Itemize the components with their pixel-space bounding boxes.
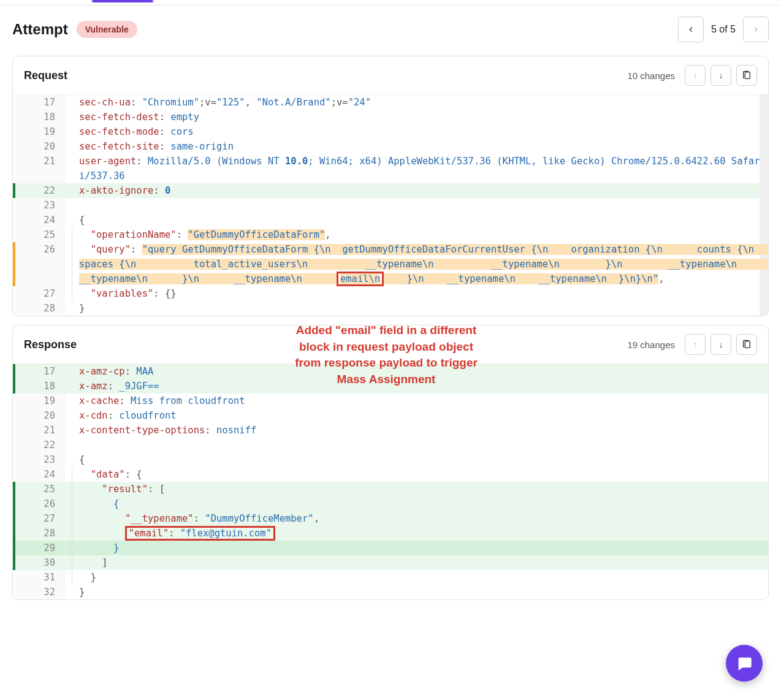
code-line: 28 "email": "flex@gtuin.com" (13, 526, 768, 541)
code-line: 18sec-fetch-dest: empty (13, 110, 768, 124)
code-line: 24 "data": { (13, 467, 768, 482)
code-line: 20x-cdn: cloudfront (13, 408, 768, 423)
code-line: 32} (13, 585, 768, 599)
clipboard-icon (742, 70, 752, 80)
request-changes-count: 10 changes (627, 70, 675, 81)
svg-rect-1 (745, 341, 750, 348)
arrow-down-icon: ↓ (719, 340, 723, 349)
vulnerable-badge: Vulnerable (77, 21, 137, 38)
code-line: 26 "query": "query GetDummyOfficeDataFor… (13, 242, 768, 286)
arrow-up-icon: ↑ (693, 340, 698, 349)
code-line: 23 (13, 198, 768, 213)
response-title: Response (24, 339, 77, 350)
page-title: Attempt (12, 22, 68, 37)
active-tab-indicator (92, 0, 153, 2)
response-prev-change-button[interactable]: ↑ (685, 334, 706, 355)
clipboard-icon (742, 340, 752, 349)
pager: 5 of 5 (678, 17, 769, 42)
code-line: 29 } (13, 541, 768, 555)
code-line: 18x-amz: _9JGF== (13, 379, 768, 394)
code-line: 22 (13, 438, 768, 452)
pager-prev-button[interactable] (678, 17, 704, 42)
code-line: 28} (13, 301, 768, 316)
request-title: Request (24, 70, 67, 81)
code-line: 17sec-ch-ua: "Chromium";v="125", "Not.A/… (13, 95, 768, 110)
code-line: 19sec-fetch-mode: cors (13, 124, 768, 139)
pager-next-button[interactable] (743, 17, 769, 42)
response-card: Response 19 changes ↑ ↓ 17x-amz-cp: MAA1… (12, 325, 769, 600)
pager-text: 5 of 5 (711, 24, 736, 35)
code-line: 25 "operationName": "GetDummyOfficeDataF… (13, 227, 768, 242)
request-card: Request 10 changes ↑ ↓ 17sec-ch-ua: "Chr… (12, 56, 769, 316)
code-line: 26 { (13, 496, 768, 511)
code-line: 20sec-fetch-site: same-origin (13, 139, 768, 154)
code-line: 23{ (13, 452, 768, 467)
code-line: 30 ] (13, 555, 768, 570)
response-next-change-button[interactable]: ↓ (711, 334, 731, 355)
response-code-block: 17x-amz-cp: MAA18x-amz: _9JGF==19x-cache… (13, 363, 768, 599)
code-line: 25 "result": [ (13, 482, 768, 496)
code-line: 27 "variables": {} (13, 286, 768, 301)
svg-rect-0 (745, 72, 750, 79)
code-line: 31 } (13, 570, 768, 585)
request-prev-change-button[interactable]: ↑ (685, 65, 706, 86)
response-copy-button[interactable] (736, 334, 757, 355)
request-code-block: 17sec-ch-ua: "Chromium";v="125", "Not.A/… (13, 94, 768, 316)
attempt-header: Attempt Vulnerable 5 of 5 (0, 6, 781, 47)
response-changes-count: 19 changes (627, 340, 675, 350)
code-line: 21user-agent: Mozilla/5.0 (Windows NT 10… (13, 154, 768, 183)
arrow-down-icon: ↓ (719, 71, 723, 80)
code-line: 21x-content-type-options: nosniff (13, 423, 768, 438)
code-line: 17x-amz-cp: MAA (13, 364, 768, 379)
code-line: 22x-akto-ignore: 0 (13, 183, 768, 198)
code-line: 24{ (13, 213, 768, 227)
request-copy-button[interactable] (736, 65, 757, 86)
code-line: 19x-cache: Miss from cloudfront (13, 394, 768, 408)
request-next-change-button[interactable]: ↓ (711, 65, 731, 86)
chevron-right-icon (752, 25, 760, 34)
chevron-left-icon (687, 25, 695, 34)
code-line: 27 "__typename": "DummyOfficeMember", (13, 511, 768, 526)
arrow-up-icon: ↑ (693, 71, 698, 80)
